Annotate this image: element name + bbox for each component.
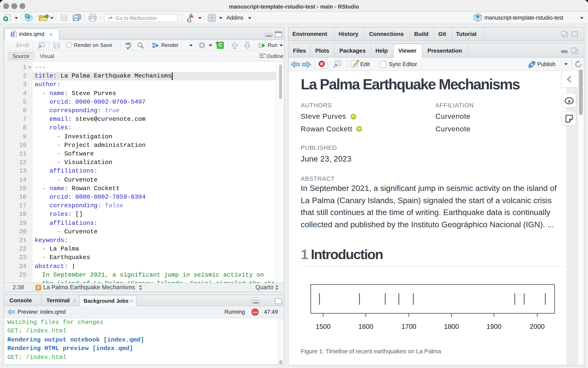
svg-text:2000: 2000 [530, 323, 544, 330]
svg-text:1500: 1500 [316, 323, 331, 330]
svg-text:1800: 1800 [444, 323, 459, 330]
svg-text:1700: 1700 [401, 323, 416, 330]
svg-text:1600: 1600 [358, 323, 373, 330]
svg-text:1900: 1900 [487, 323, 501, 330]
svg-text:R: R [476, 14, 480, 19]
svg-text:STOP: STOP [253, 312, 258, 313]
